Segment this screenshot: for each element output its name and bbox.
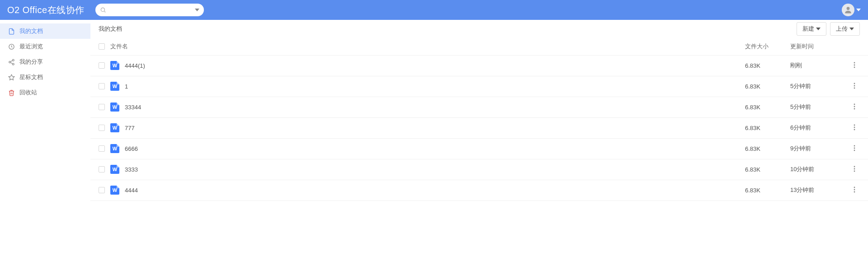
svg-point-6: [12, 63, 14, 65]
svg-marker-9: [9, 75, 14, 80]
row-checkbox[interactable]: [99, 187, 105, 193]
word-doc-icon: W: [110, 103, 119, 112]
more-actions-icon[interactable]: [854, 166, 855, 172]
svg-point-4: [12, 59, 14, 61]
more-actions-icon[interactable]: [854, 83, 855, 89]
user-menu[interactable]: [842, 4, 861, 16]
more-actions-icon[interactable]: [854, 103, 855, 110]
select-all-checkbox[interactable]: [99, 43, 105, 50]
svg-point-16: [854, 103, 855, 105]
svg-point-23: [854, 147, 855, 149]
row-checkbox[interactable]: [99, 83, 105, 89]
word-doc-icon: W: [110, 186, 119, 195]
word-doc-icon: W: [110, 123, 119, 132]
table-row[interactable]: W 777 6.83K 6分钟前: [90, 117, 868, 138]
app-title: O2 Office在线协作: [7, 4, 85, 16]
sidebar-item-label: 星标文档: [19, 73, 43, 81]
svg-point-11: [854, 64, 855, 65]
col-name-header: 文件名: [110, 42, 128, 51]
file-name: 1: [125, 83, 128, 90]
table-row[interactable]: W 4444(1) 6.83K 刚刚: [90, 55, 868, 76]
file-size: 6.83K: [737, 76, 782, 97]
row-checkbox[interactable]: [99, 104, 105, 110]
table-row[interactable]: W 6666 6.83K 9分钟前: [90, 138, 868, 159]
chevron-down-icon: [849, 26, 854, 33]
row-checkbox[interactable]: [99, 62, 105, 69]
file-name: 777: [125, 125, 135, 131]
row-checkbox[interactable]: [99, 125, 105, 131]
sidebar-item-label: 我的分享: [19, 58, 43, 66]
file-time: 10分钟前: [782, 159, 845, 180]
svg-point-13: [854, 83, 855, 84]
table-row[interactable]: W 4444 6.83K 13分钟前: [90, 180, 868, 200]
row-checkbox[interactable]: [99, 166, 105, 172]
svg-line-8: [10, 61, 12, 61]
file-time: 9分钟前: [782, 138, 845, 159]
document-icon: [8, 28, 15, 35]
upload-button[interactable]: 上传: [830, 22, 860, 36]
file-name: 4444(1): [125, 62, 145, 69]
more-actions-icon[interactable]: [854, 145, 855, 151]
svg-point-27: [854, 170, 855, 172]
file-size: 6.83K: [737, 138, 782, 159]
new-button[interactable]: 新建: [797, 22, 826, 36]
col-size-header: 文件大小: [737, 38, 782, 55]
more-actions-icon[interactable]: [854, 62, 855, 68]
svg-point-25: [854, 166, 855, 167]
svg-point-22: [854, 145, 855, 146]
sidebar-item-starred[interactable]: 星标文档: [0, 70, 90, 85]
table-row[interactable]: W 3333 6.83K 10分钟前: [90, 159, 868, 180]
svg-point-20: [854, 126, 855, 128]
sidebar-item-my-docs[interactable]: 我的文档: [0, 23, 90, 39]
search-dropdown-icon[interactable]: [195, 6, 199, 14]
file-time: 6分钟前: [782, 117, 845, 138]
file-size: 6.83K: [737, 159, 782, 180]
file-name: 3333: [125, 166, 138, 173]
svg-point-14: [854, 85, 855, 86]
svg-point-21: [854, 129, 855, 130]
table-row[interactable]: W 33344 6.83K 5分钟前: [90, 97, 868, 117]
toolbar: 我的文档 新建 上传: [90, 20, 868, 38]
svg-point-28: [854, 186, 855, 188]
svg-point-2: [847, 7, 850, 10]
sidebar-item-label: 最近浏览: [19, 42, 43, 51]
more-actions-icon[interactable]: [854, 186, 855, 193]
file-size: 6.83K: [737, 97, 782, 117]
breadcrumb: 我的文档: [99, 25, 122, 33]
sidebar: 我的文档 最近浏览 我的分享 星标文档 回收站: [0, 20, 90, 261]
file-name: 6666: [125, 145, 138, 152]
file-table: 文件名 文件大小 更新时间 W 4444(1) 6.83K 刚刚: [90, 38, 868, 201]
clock-icon: [8, 43, 15, 50]
search-icon: [100, 7, 106, 13]
star-icon: [8, 74, 15, 81]
avatar: [842, 4, 854, 16]
sidebar-item-share[interactable]: 我的分享: [0, 54, 90, 70]
search-input[interactable]: [95, 4, 204, 16]
svg-point-10: [854, 62, 855, 63]
file-size: 6.83K: [737, 180, 782, 200]
col-time-header: 更新时间: [782, 38, 845, 55]
file-time: 刚刚: [782, 55, 845, 76]
svg-point-30: [854, 191, 855, 192]
svg-point-26: [854, 168, 855, 169]
sidebar-item-label: 回收站: [19, 89, 37, 97]
more-actions-icon[interactable]: [854, 124, 855, 130]
file-time: 13分钟前: [782, 180, 845, 200]
svg-point-17: [854, 106, 855, 107]
svg-point-29: [854, 189, 855, 190]
word-doc-icon: W: [110, 61, 119, 70]
sidebar-item-recent[interactable]: 最近浏览: [0, 39, 90, 54]
search-wrap: [95, 4, 204, 16]
chevron-down-icon: [816, 26, 821, 33]
sidebar-item-label: 我的文档: [19, 27, 43, 35]
sidebar-item-trash[interactable]: 回收站: [0, 85, 90, 100]
svg-point-18: [854, 108, 855, 109]
file-time: 5分钟前: [782, 97, 845, 117]
svg-point-0: [101, 8, 104, 11]
word-doc-icon: W: [110, 165, 119, 174]
file-name: 4444: [125, 187, 138, 194]
chevron-down-icon: [856, 6, 861, 14]
svg-point-15: [854, 87, 855, 89]
table-row[interactable]: W 1 6.83K 5分钟前: [90, 76, 868, 97]
row-checkbox[interactable]: [99, 145, 105, 152]
